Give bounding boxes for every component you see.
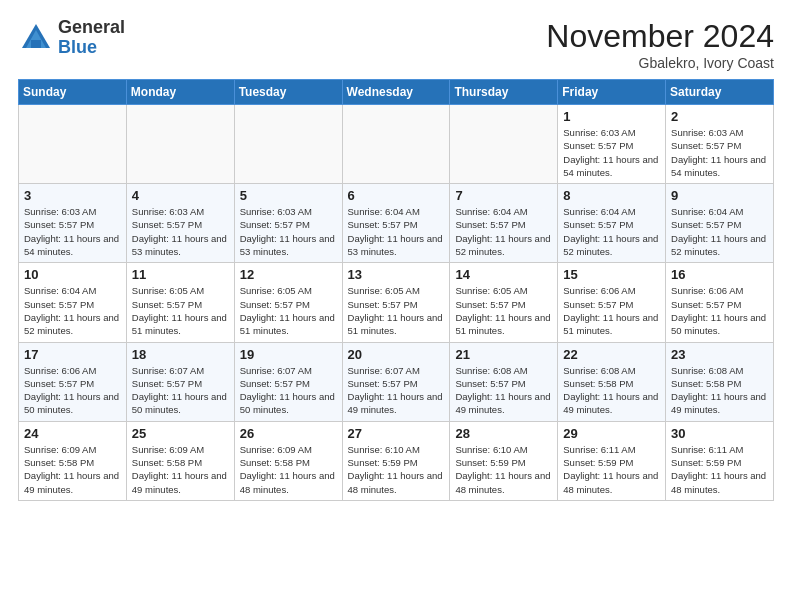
sunrise: Sunrise: 6:11 AM [671,444,743,455]
day-info: Sunrise: 6:05 AMSunset: 5:57 PMDaylight:… [455,284,552,337]
sunset: Sunset: 5:59 PM [671,457,741,468]
sunset: Sunset: 5:59 PM [455,457,525,468]
sunset: Sunset: 5:57 PM [132,378,202,389]
sunrise: Sunrise: 6:05 AM [455,285,527,296]
day-info: Sunrise: 6:05 AMSunset: 5:57 PMDaylight:… [132,284,229,337]
sunrise: Sunrise: 6:06 AM [563,285,635,296]
daylight: Daylight: 11 hours and 49 minutes. [671,391,766,415]
daylight: Daylight: 11 hours and 49 minutes. [348,391,443,415]
calendar-day: 10Sunrise: 6:04 AMSunset: 5:57 PMDayligh… [19,263,127,342]
day-number: 19 [240,347,337,362]
daylight: Daylight: 11 hours and 53 minutes. [240,233,335,257]
logo-icon [18,20,54,56]
title-block: November 2024 Gbalekro, Ivory Coast [546,18,774,71]
daylight: Daylight: 11 hours and 51 minutes. [455,312,550,336]
day-info: Sunrise: 6:09 AMSunset: 5:58 PMDaylight:… [240,443,337,496]
day-info: Sunrise: 6:06 AMSunset: 5:57 PMDaylight:… [563,284,660,337]
calendar-day [234,105,342,184]
day-number: 5 [240,188,337,203]
sunset: Sunset: 5:57 PM [671,219,741,230]
sunrise: Sunrise: 6:07 AM [240,365,312,376]
day-number: 13 [348,267,445,282]
sunset: Sunset: 5:58 PM [132,457,202,468]
day-info: Sunrise: 6:03 AMSunset: 5:57 PMDaylight:… [132,205,229,258]
daylight: Daylight: 11 hours and 54 minutes. [671,154,766,178]
sunrise: Sunrise: 6:03 AM [132,206,204,217]
calendar-day: 2Sunrise: 6:03 AMSunset: 5:57 PMDaylight… [666,105,774,184]
calendar-day: 12Sunrise: 6:05 AMSunset: 5:57 PMDayligh… [234,263,342,342]
calendar-day: 13Sunrise: 6:05 AMSunset: 5:57 PMDayligh… [342,263,450,342]
sunrise: Sunrise: 6:11 AM [563,444,635,455]
daylight: Daylight: 11 hours and 52 minutes. [563,233,658,257]
day-number: 21 [455,347,552,362]
day-info: Sunrise: 6:03 AMSunset: 5:57 PMDaylight:… [24,205,121,258]
sunset: Sunset: 5:57 PM [455,219,525,230]
daylight: Daylight: 11 hours and 50 minutes. [240,391,335,415]
day-number: 10 [24,267,121,282]
calendar-day: 19Sunrise: 6:07 AMSunset: 5:57 PMDayligh… [234,342,342,421]
calendar-day: 28Sunrise: 6:10 AMSunset: 5:59 PMDayligh… [450,421,558,500]
day-info: Sunrise: 6:07 AMSunset: 5:57 PMDaylight:… [132,364,229,417]
sunrise: Sunrise: 6:05 AM [132,285,204,296]
calendar-day: 6Sunrise: 6:04 AMSunset: 5:57 PMDaylight… [342,184,450,263]
day-info: Sunrise: 6:05 AMSunset: 5:57 PMDaylight:… [240,284,337,337]
daylight: Daylight: 11 hours and 54 minutes. [563,154,658,178]
sunset: Sunset: 5:57 PM [455,378,525,389]
sunset: Sunset: 5:57 PM [348,378,418,389]
sunset: Sunset: 5:57 PM [24,299,94,310]
sunset: Sunset: 5:58 PM [240,457,310,468]
sunrise: Sunrise: 6:03 AM [563,127,635,138]
day-number: 25 [132,426,229,441]
daylight: Daylight: 11 hours and 51 minutes. [348,312,443,336]
calendar-header-monday: Monday [126,80,234,105]
sunrise: Sunrise: 6:10 AM [455,444,527,455]
day-info: Sunrise: 6:05 AMSunset: 5:57 PMDaylight:… [348,284,445,337]
calendar-week-4: 24Sunrise: 6:09 AMSunset: 5:58 PMDayligh… [19,421,774,500]
day-info: Sunrise: 6:06 AMSunset: 5:57 PMDaylight:… [671,284,768,337]
day-info: Sunrise: 6:07 AMSunset: 5:57 PMDaylight:… [240,364,337,417]
day-number: 8 [563,188,660,203]
day-number: 20 [348,347,445,362]
sunrise: Sunrise: 6:04 AM [455,206,527,217]
day-info: Sunrise: 6:11 AMSunset: 5:59 PMDaylight:… [671,443,768,496]
sunset: Sunset: 5:57 PM [240,299,310,310]
calendar-day [450,105,558,184]
daylight: Daylight: 11 hours and 52 minutes. [455,233,550,257]
sunset: Sunset: 5:57 PM [671,299,741,310]
calendar-day: 26Sunrise: 6:09 AMSunset: 5:58 PMDayligh… [234,421,342,500]
calendar-day: 7Sunrise: 6:04 AMSunset: 5:57 PMDaylight… [450,184,558,263]
daylight: Daylight: 11 hours and 53 minutes. [348,233,443,257]
daylight: Daylight: 11 hours and 52 minutes. [671,233,766,257]
day-number: 14 [455,267,552,282]
day-info: Sunrise: 6:10 AMSunset: 5:59 PMDaylight:… [348,443,445,496]
sunset: Sunset: 5:57 PM [132,219,202,230]
day-info: Sunrise: 6:04 AMSunset: 5:57 PMDaylight:… [24,284,121,337]
sunrise: Sunrise: 6:09 AM [24,444,96,455]
sunset: Sunset: 5:57 PM [348,299,418,310]
sunset: Sunset: 5:57 PM [24,219,94,230]
calendar-day: 22Sunrise: 6:08 AMSunset: 5:58 PMDayligh… [558,342,666,421]
calendar-day: 5Sunrise: 6:03 AMSunset: 5:57 PMDaylight… [234,184,342,263]
calendar-day: 18Sunrise: 6:07 AMSunset: 5:57 PMDayligh… [126,342,234,421]
day-info: Sunrise: 6:09 AMSunset: 5:58 PMDaylight:… [132,443,229,496]
sunset: Sunset: 5:58 PM [671,378,741,389]
day-number: 23 [671,347,768,362]
sunrise: Sunrise: 6:09 AM [132,444,204,455]
day-number: 24 [24,426,121,441]
sunrise: Sunrise: 6:10 AM [348,444,420,455]
calendar-header-wednesday: Wednesday [342,80,450,105]
calendar-day: 1Sunrise: 6:03 AMSunset: 5:57 PMDaylight… [558,105,666,184]
sunrise: Sunrise: 6:03 AM [671,127,743,138]
calendar-day [19,105,127,184]
daylight: Daylight: 11 hours and 48 minutes. [455,470,550,494]
sunrise: Sunrise: 6:06 AM [671,285,743,296]
calendar-header-saturday: Saturday [666,80,774,105]
calendar-header-thursday: Thursday [450,80,558,105]
calendar-day [342,105,450,184]
header: General Blue November 2024 Gbalekro, Ivo… [18,18,774,71]
sunrise: Sunrise: 6:04 AM [348,206,420,217]
calendar-header-friday: Friday [558,80,666,105]
logo-line1: General [58,18,125,38]
day-number: 3 [24,188,121,203]
sunrise: Sunrise: 6:05 AM [240,285,312,296]
